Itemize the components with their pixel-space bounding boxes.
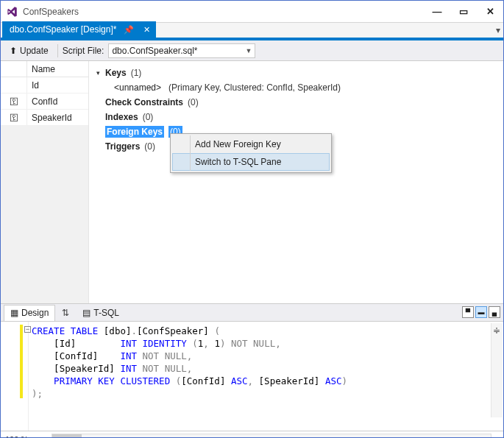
keys-node[interactable]: ▾ Keys (1) — [93, 66, 499, 80]
layout-toggle-group: ▀ ▬ ▄ — [462, 306, 500, 318]
designer-toolbar: ⬆ Update Script File: dbo.ConfSpeaker.sq… — [1, 40, 503, 61]
horizontal-scrollbar[interactable] — [52, 434, 491, 439]
zoom-value[interactable]: 100 % — [5, 435, 28, 439]
column-name: SpeakerId — [27, 110, 88, 125]
indexes-count: (0) — [143, 112, 154, 122]
scriptfile-value: dbo.ConfSpeaker.sql* — [112, 46, 197, 56]
close-tab-icon[interactable]: ✕ — [141, 24, 152, 35]
constraints-tree: ▾ Keys (1) <unnamed> (Primary Key, Clust… — [89, 61, 503, 303]
column-row[interactable]: SpeakerId — [1, 110, 88, 126]
pin-icon[interactable]: 📌 — [124, 24, 134, 35]
triggers-label: Triggers — [105, 141, 140, 152]
check-constraints-node[interactable]: Check Constraints (0) — [93, 95, 499, 110]
column-name: ConfId — [27, 93, 88, 109]
key-detail: (Primary Key, Clustered: ConfId, Speaker… — [168, 82, 341, 93]
indexes-label: Indexes — [105, 112, 138, 122]
scriptfile-label: Script File: — [63, 46, 104, 56]
menu-switch-tsql[interactable]: Switch to T-SQL Pane — [172, 153, 330, 171]
context-menu-gutter — [190, 135, 191, 171]
keys-label: Keys — [105, 68, 127, 78]
primary-key-icon — [1, 110, 27, 125]
column-key-cell — [1, 77, 27, 93]
document-tab-label: dbo.ConfSpeaker [Design]* — [10, 24, 116, 35]
update-label: Update — [20, 46, 49, 56]
design-tab-label: Design — [21, 308, 49, 318]
column-row[interactable]: ConfId — [1, 93, 88, 110]
window-title: ConfSpeakers — [23, 7, 428, 17]
primary-key-icon — [1, 93, 27, 109]
document-tab-strip: dbo.ConfSpeaker [Design]* 📌 ✕ ▾ — [1, 23, 503, 40]
keys-count: (1) — [131, 68, 142, 78]
code-gutter: − — [1, 322, 29, 431]
chevron-down-icon: ▼ — [245, 47, 252, 54]
vs-logo-icon — [5, 5, 18, 18]
outline-collapse-icon[interactable]: − — [24, 326, 31, 333]
minimize-button[interactable]: — — [428, 4, 446, 19]
document-dropdown-icon[interactable]: ▾ — [496, 25, 500, 35]
close-button[interactable]: ✕ — [481, 4, 499, 19]
menu-add-foreign-key[interactable]: Add New Foreign Key — [172, 135, 330, 153]
swap-panes-icon[interactable]: ⇅ — [58, 308, 73, 318]
tsql-editor[interactable]: − CREATE TABLE [dbo].[ConfSpeaker] ( [Id… — [1, 322, 503, 431]
column-name: Id — [27, 77, 88, 93]
toolbar-separator — [57, 44, 58, 57]
maximize-button[interactable]: ▭ — [455, 4, 472, 19]
columns-name-header: Name — [27, 61, 88, 77]
tsql-tab[interactable]: ▤ T-SQL — [76, 305, 126, 321]
column-row[interactable]: Id — [1, 77, 88, 93]
design-tab[interactable]: ▦ Design — [4, 305, 55, 321]
scroll-thumb[interactable] — [52, 434, 82, 439]
change-marker — [20, 325, 23, 398]
vertical-scrollbar[interactable] — [491, 323, 503, 417]
key-name: <unnamed> — [114, 82, 161, 93]
triggers-count: (0) — [144, 141, 155, 152]
expand-icon[interactable]: ▾ — [93, 69, 102, 77]
key-item[interactable]: <unnamed> (Primary Key, Clustered: ConfI… — [93, 80, 499, 95]
layout-top[interactable]: ▀ — [462, 306, 474, 318]
split-grip-icon[interactable]: ≑ — [491, 326, 503, 335]
menu-item-label: Add New Foreign Key — [195, 139, 281, 149]
update-icon: ⬆ — [10, 46, 17, 56]
check-label: Check Constraints — [105, 97, 183, 107]
menu-item-label: Switch to T-SQL Pane — [195, 157, 281, 167]
scriptfile-combo[interactable]: dbo.ConfSpeaker.sql* ▼ — [108, 43, 255, 58]
scroll-left-icon[interactable]: ◂ — [40, 434, 44, 438]
layout-split[interactable]: ▬ — [475, 306, 487, 318]
columns-key-header — [1, 61, 27, 77]
scroll-right-icon[interactable]: ▸ — [494, 434, 499, 438]
code-text[interactable]: CREATE TABLE [dbo].[ConfSpeaker] ( [Id] … — [29, 322, 503, 431]
design-surface: Name Id ConfId SpeakerId ▾ Keys (1) <unn… — [1, 61, 503, 304]
columns-empty-area — [1, 126, 88, 303]
sql-icon: ▤ — [82, 308, 90, 318]
layout-bottom[interactable]: ▄ — [489, 306, 500, 318]
title-bar: ConfSpeakers — ▭ ✕ — [1, 1, 503, 23]
columns-header-row: Name — [1, 61, 88, 77]
indexes-node[interactable]: Indexes (0) — [93, 110, 499, 124]
tsql-tab-label: T-SQL — [93, 308, 119, 318]
context-menu: Add New Foreign Key Switch to T-SQL Pane — [170, 133, 332, 173]
document-tab[interactable]: dbo.ConfSpeaker [Design]* 📌 ✕ — [2, 21, 156, 38]
pane-tab-strip: ▦ Design ⇅ ▤ T-SQL ▀ ▬ ▄ — [1, 304, 503, 322]
columns-grid: Name Id ConfId SpeakerId — [1, 61, 89, 303]
table-icon: ▦ — [10, 308, 18, 318]
check-count: (0) — [188, 97, 199, 107]
update-button[interactable]: ⬆ Update — [5, 44, 53, 57]
editor-status-bar: 100 % ▼ ◂ ▸ — [1, 431, 503, 438]
fkeys-label: Foreign Keys — [105, 126, 164, 138]
